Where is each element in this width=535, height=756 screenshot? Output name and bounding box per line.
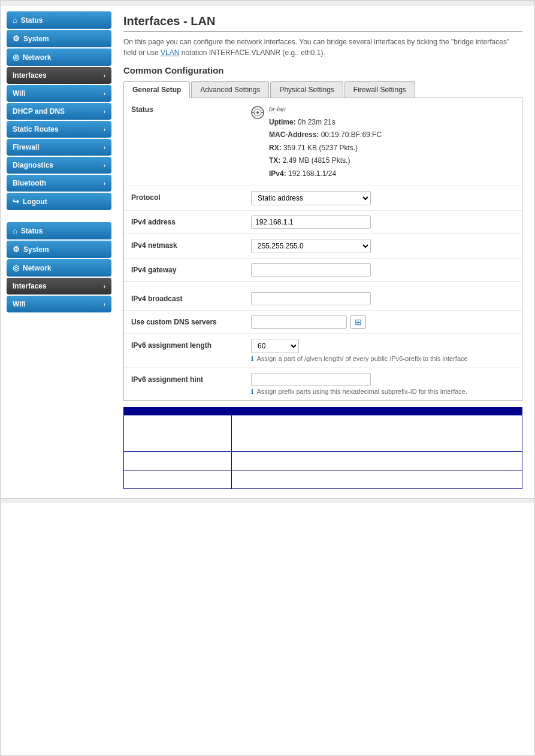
chevron-right-icon: ›: [104, 126, 105, 133]
table-col1-header: [124, 407, 232, 415]
protocol-label: Protocol: [131, 191, 251, 202]
table-col2-header: [232, 407, 522, 415]
ipv6-hint-input[interactable]: [251, 373, 371, 386]
gear-icon: ⚙: [13, 34, 20, 43]
iface-name: br-lan: [269, 105, 286, 113]
home-icon: ⌂: [13, 16, 17, 25]
ipv4-netmask-label: IPv4 netmask: [131, 239, 251, 250]
ipv6-length-select[interactable]: 60: [251, 339, 299, 353]
table-row: [124, 451, 522, 470]
gear-icon-2: ⚙: [13, 245, 20, 254]
chevron-right-icon: ›: [104, 72, 105, 79]
sidebar-item-static-routes[interactable]: Static Routes ›: [7, 121, 111, 138]
table-cell-3-2: [232, 470, 522, 488]
vlan-link[interactable]: VLAN: [161, 48, 179, 57]
ipv4-netmask-select[interactable]: 255.255.255.0: [251, 239, 371, 253]
tab-advanced[interactable]: Advanced Settings: [191, 81, 269, 98]
chevron-right-icon-3: ›: [104, 301, 105, 308]
protocol-select[interactable]: Static address: [251, 191, 371, 205]
dns-add-button[interactable]: ⊞: [350, 315, 366, 329]
content-area: Interfaces - LAN On this page you can co…: [123, 14, 522, 489]
home-icon-2: ⌂: [13, 226, 17, 235]
sidebar-item-firewall[interactable]: Firewall ›: [7, 139, 111, 156]
tab-firewall[interactable]: Firewall Settings: [344, 81, 415, 98]
ipv4-address-label: IPv4 address: [131, 215, 251, 226]
sidebar2-item-network[interactable]: ◎ Network: [7, 259, 111, 277]
tab-bar: General Setup Advanced Settings Physical…: [123, 81, 522, 98]
ipv4-address-value: [251, 215, 515, 229]
chevron-right-icon-2: ›: [104, 283, 105, 290]
form-row-custom-dns: Use custom DNS servers ⊞: [124, 311, 522, 334]
sidebar-1: ⌂ Status ⚙ System ◎ Network Interfaces ›…: [7, 11, 111, 492]
sidebar2-item-wifi[interactable]: Wifi ›: [7, 296, 111, 312]
sidebar-item-status[interactable]: ⌂ Status: [7, 11, 111, 29]
chevron-right-icon: ›: [104, 108, 105, 115]
sidebar2-item-system[interactable]: ⚙ System: [7, 241, 111, 258]
form-row-ipv6-length: IPv6 assignment length 60 ℹ Assign a par…: [124, 334, 522, 368]
tab-general[interactable]: General Setup: [123, 81, 190, 98]
help-icon: ℹ: [251, 355, 253, 362]
form-section: Status: [123, 98, 522, 401]
form-row-ipv4-netmask: IPv4 netmask 255.255.255.0: [124, 234, 522, 259]
network-icon: ◎: [13, 53, 19, 62]
custom-dns-input[interactable]: [251, 315, 347, 329]
network-icon-2: ◎: [13, 263, 19, 272]
sidebar-item-network[interactable]: ◎ Network: [7, 48, 111, 66]
plus-icon: ⊞: [355, 317, 362, 327]
ipv4-broadcast-input[interactable]: [251, 292, 371, 305]
form-row-ipv6-hint: IPv6 assignment hint ℹ Assign prefix par…: [124, 368, 522, 400]
bottom-table: [123, 407, 522, 489]
ipv4-address-input[interactable]: [251, 215, 371, 229]
custom-dns-value: ⊞: [251, 315, 515, 329]
chevron-right-icon: ›: [104, 144, 105, 151]
sidebar-item-system[interactable]: ⚙ System: [7, 30, 111, 47]
ipv4-broadcast-label: IPv4 broadcast: [131, 292, 251, 303]
table-cell-3-1: [124, 470, 232, 488]
sidebar-item-diagnostics[interactable]: Diagnostics ›: [7, 157, 111, 174]
ipv6-length-label: IPv6 assignment length: [131, 339, 251, 350]
main-content: Interfaces - LAN On this page you can co…: [117, 11, 528, 492]
sidebar2-item-status[interactable]: ⌂ Status: [7, 222, 111, 239]
sidebar-item-bluetooth[interactable]: Bluetooth ›: [7, 175, 111, 192]
ipv4-netmask-value: 255.255.255.0: [251, 239, 515, 253]
table-row: [124, 470, 522, 488]
ipv4-gateway-value: [251, 263, 515, 277]
form-row-ipv4-gateway: IPv4 gateway: [124, 259, 522, 282]
status-label: Status: [131, 103, 251, 114]
ipv4-broadcast-value: [251, 292, 515, 305]
protocol-value: Static address: [251, 191, 515, 205]
form-row-status: Status: [124, 98, 522, 186]
form-row-ipv4-address: IPv4 address: [124, 211, 522, 234]
form-spacer: [124, 282, 522, 287]
ipv4-gateway-label: IPv4 gateway: [131, 263, 251, 274]
table-cell-1-1: [124, 415, 232, 451]
section-title: Common Configuration: [123, 65, 522, 75]
chevron-right-icon: ›: [104, 180, 105, 187]
status-value: br-lan Uptime: 0h 23m 21s MAC-Address: 0…: [251, 103, 515, 181]
page-description: On this page you can configure the netwo…: [123, 37, 522, 58]
form-row-protocol: Protocol Static address: [124, 186, 522, 211]
form-row-ipv4-broadcast: IPv4 broadcast: [124, 287, 522, 311]
help-icon-2: ℹ: [251, 388, 253, 395]
sidebar-item-interfaces[interactable]: Interfaces ›: [7, 67, 111, 84]
sidebar-section-2: ⌂ Status ⚙ System ◎ Network Interfaces ›…: [7, 222, 111, 312]
sidebar-section-1: ⌂ Status ⚙ System ◎ Network Interfaces ›…: [7, 11, 111, 210]
sidebar-item-logout[interactable]: ↪ Logout: [7, 193, 111, 210]
sidebar2-item-interfaces[interactable]: Interfaces ›: [7, 278, 111, 294]
table-row: [124, 415, 522, 451]
table-cell-2-2: [232, 451, 522, 470]
tab-physical[interactable]: Physical Settings: [270, 81, 343, 98]
custom-dns-label: Use custom DNS servers: [131, 315, 251, 326]
sidebar-item-dhcp-dns[interactable]: DHCP and DNS ›: [7, 103, 111, 120]
ipv6-length-help: ℹ Assign a part of /given length/ of eve…: [251, 355, 515, 363]
table-cell-1-2: [232, 415, 522, 451]
logout-icon: ↪: [13, 197, 19, 206]
ipv6-hint-label: IPv6 assignment hint: [131, 373, 251, 384]
ipv6-hint-value: ℹ Assign prefix parts using this hexadec…: [251, 373, 515, 396]
ipv4-gateway-input[interactable]: [251, 263, 371, 277]
chevron-right-icon: ›: [104, 90, 105, 97]
sidebar-item-wifi[interactable]: Wifi ›: [7, 85, 111, 102]
ipv6-length-value: 60 ℹ Assign a part of /given length/ of …: [251, 339, 515, 363]
table-cell-2-1: [124, 451, 232, 470]
svg-point-2: [256, 111, 259, 114]
